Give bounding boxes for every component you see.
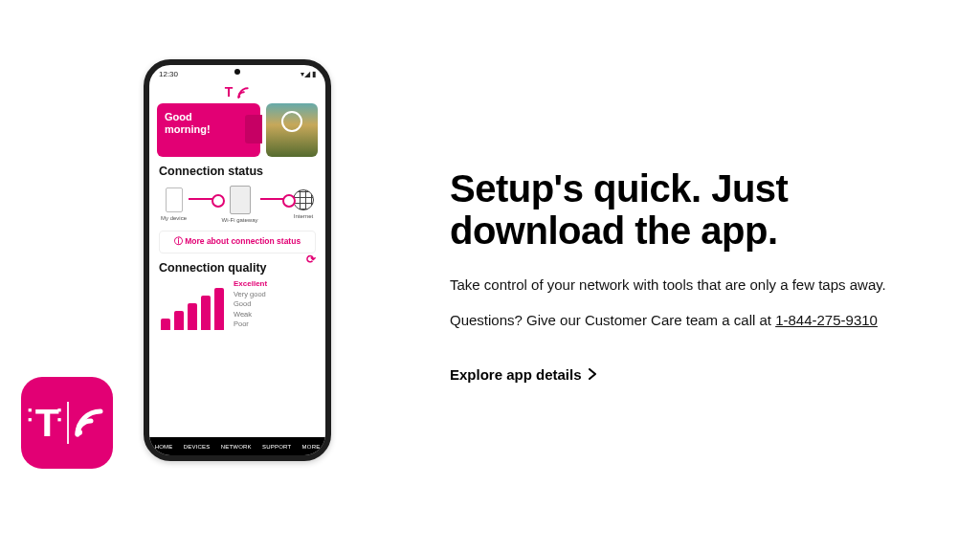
legend-very-good: Very good [234, 290, 266, 298]
phone-icon [166, 187, 183, 212]
legend-poor: Poor [234, 320, 249, 328]
gateway-icon [230, 186, 251, 214]
more-connection-status-link[interactable]: ⓘ More about connection status [159, 231, 316, 253]
node-gateway: Wi-Fi gateway [222, 186, 258, 223]
globe-icon [293, 189, 314, 210]
app-icon[interactable]: ▪▪T▪▪ [21, 377, 113, 469]
refresh-icon[interactable]: ⟳ [306, 253, 316, 266]
legend-good: Good [234, 299, 251, 308]
divider [67, 402, 69, 444]
legend-weak: Weak [234, 310, 252, 319]
bar-2 [174, 311, 184, 330]
lead-paragraph: Take control of your network with tools … [450, 276, 923, 293]
phone-brandbar: T [149, 82, 325, 103]
page-headline: Setup's quick. Just download the app. [450, 167, 923, 252]
edge-2 [260, 198, 291, 200]
wifi-icon [72, 406, 106, 440]
phone-tabbar: HOME DEVICES NETWORK SUPPORT MORE [149, 437, 325, 455]
status-time: 12:30 [159, 70, 178, 78]
support-phone-link[interactable]: 1-844-275-9310 [775, 312, 878, 328]
bar-1 [161, 319, 170, 330]
support-prefix: Questions? Give our Customer Care team a… [450, 312, 775, 328]
tab-home[interactable]: HOME [155, 444, 173, 450]
tab-devices[interactable]: DEVICES [184, 444, 211, 450]
phone-status-bar: 12:30 ▾◢ ▮ [149, 65, 325, 82]
brand-t-icon: T [225, 84, 234, 99]
bar-4 [201, 296, 211, 330]
greeting-card[interactable]: Good morning! [157, 103, 260, 157]
support-paragraph: Questions? Give our Customer Care team a… [450, 312, 923, 328]
card-accent-icon [245, 115, 262, 143]
bar-5 [214, 288, 224, 330]
connection-diagram: My device Wi-Fi gateway Internet [149, 180, 325, 225]
explore-app-details-link[interactable]: Explore app details [450, 366, 597, 383]
status-icons: ▾◢ ▮ [301, 70, 316, 78]
chevron-right-icon [588, 366, 597, 383]
bar-3 [188, 303, 197, 330]
brand-wifi-icon [236, 86, 250, 99]
scenic-card[interactable] [266, 103, 318, 157]
cta-label: Explore app details [450, 366, 582, 383]
svg-point-0 [77, 430, 82, 435]
legend-excellent: Excellent [234, 279, 267, 288]
quality-bars [161, 284, 224, 330]
connection-quality-heading: Connection quality [159, 261, 267, 275]
edge-1 [189, 198, 219, 200]
greeting-line2: morning! [165, 123, 253, 136]
svg-point-1 [238, 96, 240, 98]
node-my-device: My device [161, 187, 187, 221]
quality-legend: Excellent Very good Good Weak Poor [234, 278, 267, 330]
connection-status-heading: Connection status [159, 165, 316, 178]
greeting-line1: Good [165, 111, 253, 123]
tab-more[interactable]: MORE [302, 444, 321, 450]
tab-network[interactable]: NETWORK [221, 444, 252, 450]
camera-dot [234, 69, 240, 75]
t-logo: ▪▪T▪▪ [28, 404, 64, 443]
tab-support[interactable]: SUPPORT [262, 444, 291, 450]
node-internet: Internet [293, 189, 314, 219]
phone-mockup: 12:30 ▾◢ ▮ T Good morning! [144, 59, 331, 461]
